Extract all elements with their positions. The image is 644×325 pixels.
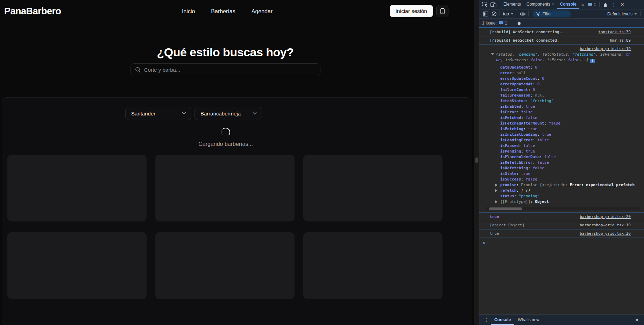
- kebab-menu-icon[interactable]: ⋮: [609, 2, 618, 7]
- object-property[interactable]: refetch: ƒ (): [479, 188, 644, 193]
- department-select[interactable]: Santander: [125, 107, 191, 120]
- issues-bubble-icon: [588, 2, 593, 7]
- console-horizontal-scrollbar[interactable]: [486, 207, 641, 210]
- issues-counter[interactable]: 1: [586, 2, 598, 7]
- property-key: failureReason: [500, 93, 530, 98]
- object-property[interactable]: errorUpdateCount: 0: [479, 76, 644, 82]
- property-key: isSuccess: [500, 177, 521, 182]
- property-value: false: [526, 115, 537, 120]
- object-property[interactable]: isRefetchError: false: [479, 160, 644, 165]
- drawer-tab-whats-new[interactable]: What's new: [514, 315, 543, 325]
- object-preview[interactable]: {status: 'pending', fetchStatus: 'fetchi…: [479, 51, 644, 64]
- expand-arrow-icon[interactable]: [495, 184, 497, 186]
- nav-link-barberías[interactable]: Barberías: [211, 8, 235, 15]
- property-key: isFetched: [500, 115, 521, 120]
- object-property[interactable]: isEnabled: true: [479, 104, 644, 109]
- property-key: isStale: [500, 171, 516, 176]
- source-link[interactable]: tanstack.ts:39: [598, 29, 631, 35]
- property-value: true: [528, 127, 537, 131]
- expand-arrow-icon[interactable]: [495, 189, 497, 192]
- drawer-tab-console[interactable]: Console: [491, 315, 514, 325]
- city-select[interactable]: Barrancabermeja: [194, 107, 262, 120]
- tab-components[interactable]: Components ✳: [524, 0, 557, 9]
- page-scrollbar[interactable]: [474, 0, 479, 325]
- object-property[interactable]: status: "pending": [479, 193, 644, 199]
- object-property[interactable]: errorUpdatedAt: 0: [479, 82, 644, 87]
- more-tabs-icon[interactable]: »: [579, 2, 586, 7]
- console-message: truebarbershop-grid.tsx:20: [479, 213, 644, 221]
- object-property[interactable]: failureCount: 0: [479, 87, 644, 93]
- console-prompt[interactable]: >: [479, 238, 644, 246]
- issues-bar-count: 1: [505, 21, 507, 26]
- property-value: 0: [533, 87, 535, 92]
- issues-settings-gear-icon[interactable]: [515, 20, 523, 27]
- object-property[interactable]: isLoadingError: false: [479, 137, 644, 143]
- mobile-menu-button[interactable]: [436, 5, 448, 17]
- info-icon[interactable]: i: [590, 59, 595, 63]
- chevron-down-icon: [253, 112, 257, 115]
- object-property[interactable]: isSuccess: false: [479, 177, 644, 182]
- device-toolbar-icon[interactable]: [489, 1, 497, 8]
- divider: [500, 11, 500, 16]
- page-scrollbar-thumb[interactable]: [475, 157, 478, 163]
- log-levels-selector[interactable]: Default levels: [606, 12, 639, 16]
- expand-arrow-icon[interactable]: [495, 200, 497, 203]
- property-value: false: [549, 121, 560, 126]
- drawer-tab-whats-new-label: What's new: [518, 317, 539, 322]
- object-property[interactable]: failureReason: null: [479, 93, 644, 98]
- object-property[interactable]: isInitialLoading: true: [479, 132, 644, 137]
- tab-console[interactable]: Console: [557, 0, 579, 9]
- object-property[interactable]: isPaused: false: [479, 143, 644, 149]
- object-property[interactable]: isPlaceholderData: false: [479, 154, 644, 160]
- filter-placeholder: Filter: [543, 12, 552, 16]
- console-sidebar-icon[interactable]: [481, 10, 490, 17]
- object-property[interactable]: isFetching: true: [479, 126, 644, 132]
- live-expression-eye-icon[interactable]: [518, 10, 527, 17]
- object-property[interactable]: error: null: [479, 70, 644, 76]
- object-property[interactable]: isError: false: [479, 109, 644, 115]
- object-property[interactable]: isPending: true: [479, 149, 644, 154]
- object-property[interactable]: isRefetching: false: [479, 165, 644, 171]
- tab-elements[interactable]: Elements: [501, 0, 524, 9]
- context-selector[interactable]: top: [501, 12, 515, 16]
- collapse-arrow-icon[interactable]: [491, 53, 494, 55]
- nav-link-agendar[interactable]: Agendar: [252, 8, 273, 15]
- property-key: failureCount: [500, 87, 528, 92]
- property-key: refetch: [500, 188, 516, 193]
- department-select-value: Santander: [131, 111, 155, 116]
- search-input[interactable]: [144, 67, 316, 73]
- issues-bubble-icon[interactable]: 1: [499, 21, 507, 26]
- object-property[interactable]: dataUpdatedAt: 0: [479, 65, 644, 70]
- console-message-text: [object Object]: [490, 222, 524, 228]
- barbershop-section: Santander Barrancabermeja Cargando barbe…: [2, 97, 472, 325]
- object-property[interactable]: isFetched: false: [479, 115, 644, 121]
- nav-link-inicio[interactable]: Inicio: [182, 8, 195, 15]
- object-property[interactable]: [[Prototype]]: Object: [479, 199, 644, 205]
- property-key: isPlaceholderData: [500, 155, 540, 159]
- site-logo[interactable]: PanaBarbero: [4, 6, 61, 17]
- object-property[interactable]: promise: Promise {<rejected>: Error: exp…: [479, 182, 644, 188]
- source-link[interactable]: barbershop-grid.tsx:19: [580, 47, 631, 51]
- property-value: 0: [542, 76, 544, 81]
- horizontal-scrollbar-thumb[interactable]: [489, 207, 522, 210]
- source-link[interactable]: barbershop-grid.tsx:20: [580, 231, 631, 236]
- console-message: truebarbershop-grid.tsx:20: [479, 229, 644, 238]
- console-filter-input[interactable]: Filter: [533, 10, 571, 17]
- close-devtools-icon[interactable]: ✕: [618, 2, 627, 7]
- console-tail-messages: truebarbershop-grid.tsx:20[object Object…: [479, 213, 644, 238]
- settings-gear-icon[interactable]: [601, 1, 609, 8]
- object-property[interactable]: fetchStatus: "fetching": [479, 98, 644, 104]
- source-link[interactable]: barbershop-grid.tsx:19: [580, 222, 631, 228]
- property-value: null: [535, 93, 544, 98]
- property-key: isEnabled: [500, 104, 521, 109]
- inspect-element-icon[interactable]: [481, 1, 489, 8]
- drawer-kebab-menu-icon[interactable]: ⋮: [482, 317, 491, 323]
- login-button[interactable]: Iniciar sesión: [390, 5, 433, 17]
- close-drawer-icon[interactable]: ✕: [633, 317, 641, 323]
- object-property[interactable]: isFetchedAfterMount: false: [479, 121, 644, 126]
- source-link[interactable]: hmr.js:89: [610, 38, 631, 43]
- clear-console-icon[interactable]: [490, 10, 498, 17]
- object-property[interactable]: isStale: true: [479, 171, 644, 177]
- source-link[interactable]: barbershop-grid.tsx:20: [580, 214, 631, 219]
- log-levels-value: Default levels: [607, 12, 632, 16]
